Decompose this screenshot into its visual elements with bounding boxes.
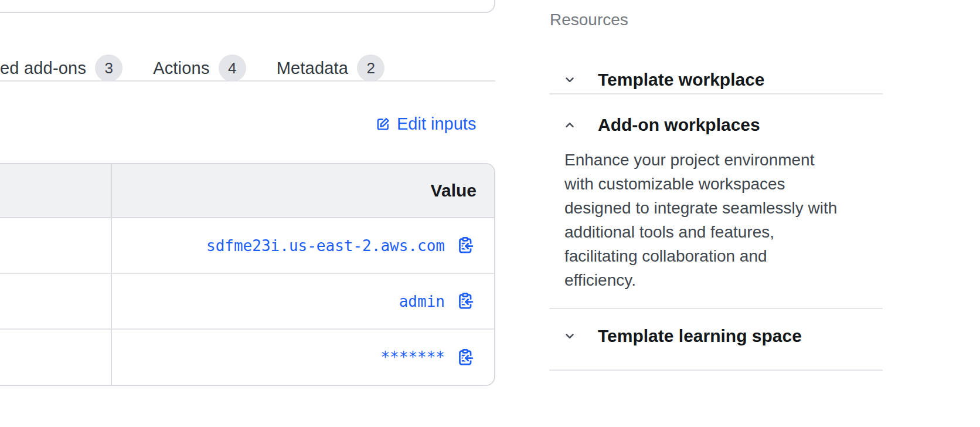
tab-count-badge: 4 — [219, 55, 246, 82]
accordion-label: Template learning space — [598, 326, 802, 346]
chevron-up-icon — [563, 118, 577, 132]
key-column-header — [0, 164, 112, 217]
divider — [549, 370, 883, 371]
tab-count-badge: 2 — [357, 55, 384, 82]
tab-label: Metadata — [277, 59, 349, 78]
copy-to-clipboard-button[interactable] — [455, 348, 474, 367]
tab-count-badge: 3 — [95, 55, 122, 82]
accordion-template-workplace[interactable]: Template workplace — [549, 66, 883, 94]
top-card-bottom-edge — [0, 0, 495, 13]
tab-metadata[interactable]: Metadata 2 — [277, 55, 385, 82]
key-cell — [0, 274, 112, 328]
tab-label: Actions — [153, 59, 210, 78]
input-value-password-masked: ******* — [380, 348, 445, 366]
chevron-down-icon — [563, 329, 577, 343]
copy-to-clipboard-icon — [456, 236, 474, 255]
table-row: admin — [0, 274, 494, 330]
edit-inputs-label: Edit inputs — [397, 114, 476, 134]
accordion-label: Add-on workplaces — [598, 115, 760, 135]
input-value-username: admin — [399, 293, 445, 310]
table-header-row: Value — [0, 164, 494, 218]
accordion-add-on-workplaces[interactable]: Add-on workplaces — [549, 111, 883, 139]
copy-to-clipboard-icon — [456, 348, 474, 367]
tab-installed-add-ons[interactable]: ed add-ons 3 — [0, 55, 122, 82]
accordion-label: Template workplace — [598, 70, 765, 90]
edit-pencil-icon — [375, 116, 391, 132]
table-row: sdfme23i.us-east-2.aws.com — [0, 218, 494, 274]
resources-title: Resources — [550, 11, 628, 29]
resources-panel: Resources Template workplace Add-on work… — [549, 0, 883, 427]
tabs-divider — [0, 80, 495, 82]
chevron-down-icon — [563, 73, 577, 87]
page: ed add-ons 3 Actions 4 Metadata 2 Edit i… — [0, 0, 980, 427]
table-row: ******* — [0, 330, 494, 385]
tab-bar: ed add-ons 3 Actions 4 Metadata 2 — [0, 54, 384, 82]
divider — [549, 93, 883, 94]
accordion-template-learning-space[interactable]: Template learning space — [549, 322, 883, 350]
tab-label: ed add-ons — [0, 59, 86, 78]
copy-to-clipboard-icon — [456, 292, 474, 310]
copy-to-clipboard-button[interactable] — [455, 292, 474, 311]
key-cell — [0, 218, 112, 273]
inputs-table: Value sdfme23i.us-east-2.aws.com — [0, 163, 495, 386]
tab-actions[interactable]: Actions 4 — [153, 55, 246, 82]
input-value-host: sdfme23i.us-east-2.aws.com — [206, 237, 445, 255]
key-cell — [0, 330, 112, 385]
add-on-workplaces-description: Enhance your project environment with cu… — [564, 148, 839, 292]
divider — [549, 308, 883, 309]
copy-to-clipboard-button[interactable] — [455, 236, 474, 255]
value-column-header: Value — [431, 181, 477, 201]
edit-inputs-button[interactable]: Edit inputs — [375, 113, 476, 134]
